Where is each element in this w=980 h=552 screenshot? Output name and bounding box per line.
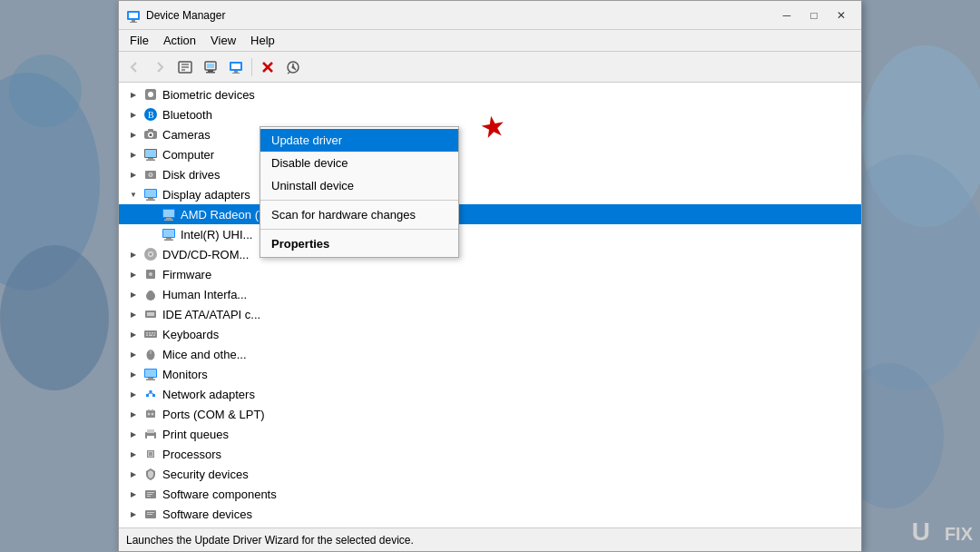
- computer-button[interactable]: [224, 55, 248, 79]
- ide-label: IDE ATA/ATAPI c...: [162, 308, 260, 321]
- hid-label: Human Interfa...: [162, 288, 247, 301]
- tree-item-display[interactable]: Display adapters: [119, 184, 861, 204]
- tree-item-sound[interactable]: Sound, video and game controllers: [119, 524, 861, 527]
- svg-rect-87: [152, 409, 153, 411]
- ctx-properties[interactable]: Properties: [260, 232, 458, 255]
- ctx-update-driver[interactable]: Update driver: [260, 129, 458, 152]
- amd-icon: [161, 206, 177, 222]
- tree-item-security[interactable]: Security devices: [119, 464, 861, 484]
- firmware-label: Firmware: [162, 268, 211, 281]
- svg-rect-37: [148, 158, 153, 160]
- bluetooth-label: Bluetooth: [162, 108, 212, 122]
- ports-icon: [142, 406, 159, 422]
- tree-item-firmware[interactable]: Firmware: [119, 264, 861, 284]
- minimize-button[interactable]: ─: [774, 5, 799, 25]
- network-label: Network adapters: [162, 388, 255, 401]
- status-text: Launches the Update Driver Wizard for th…: [126, 534, 414, 547]
- tree-item-swcomp[interactable]: Software components: [119, 484, 861, 504]
- print-icon: [142, 426, 159, 442]
- tree-item-intel[interactable]: Intel(R) UHI...: [119, 224, 861, 244]
- menu-file[interactable]: File: [122, 32, 156, 49]
- tree-item-bluetooth[interactable]: B Bluetooth: [119, 104, 861, 124]
- expand-network[interactable]: [126, 387, 141, 401]
- tree-item-network[interactable]: Network adapters: [119, 384, 861, 404]
- tree-item-dvd[interactable]: DVD/CD-ROM...: [119, 244, 861, 264]
- svg-rect-51: [163, 230, 174, 237]
- menu-help[interactable]: Help: [243, 32, 282, 49]
- tree-item-amd[interactable]: AMD Radeon (TM) RX 640: [119, 204, 861, 224]
- expand-swcomp[interactable]: [126, 487, 141, 501]
- swcomp-label: Software components: [162, 488, 277, 501]
- menu-view[interactable]: View: [203, 32, 243, 49]
- device-tree[interactable]: Biometric devices B Bluetooth Cameras: [119, 83, 861, 527]
- svg-point-26: [292, 65, 295, 68]
- expand-display[interactable]: [126, 187, 141, 202]
- svg-rect-43: [145, 190, 156, 197]
- expand-dvd[interactable]: [126, 247, 141, 261]
- scan-hardware-button[interactable]: [281, 55, 305, 79]
- tree-item-ide[interactable]: IDE ATA/ATAPI c...: [119, 304, 861, 324]
- svg-rect-99: [147, 512, 154, 513]
- svg-rect-60: [148, 291, 153, 297]
- computer-icon: [142, 146, 159, 163]
- ctx-uninstall-device[interactable]: Uninstall device: [260, 174, 458, 197]
- tree-item-print[interactable]: Print queues: [119, 424, 861, 444]
- tree-item-computer[interactable]: Computer: [119, 144, 861, 164]
- expand-computer[interactable]: [126, 147, 141, 162]
- expand-sound[interactable]: [126, 527, 141, 527]
- sound-label: Sound, video and game controllers: [162, 527, 345, 528]
- tree-item-cameras[interactable]: Cameras: [119, 124, 861, 144]
- expand-security[interactable]: [126, 467, 141, 481]
- dvd-label: DVD/CD-ROM...: [162, 248, 249, 261]
- svg-rect-18: [206, 72, 215, 74]
- svg-rect-89: [147, 429, 154, 433]
- firmware-icon: [142, 266, 159, 282]
- expand-bluetooth[interactable]: [126, 107, 141, 122]
- expand-biometric[interactable]: [126, 87, 141, 102]
- tree-item-processors[interactable]: Processors: [119, 444, 861, 464]
- tree-item-monitors[interactable]: Monitors: [119, 364, 861, 384]
- tree-item-mice[interactable]: Mice and othe...: [119, 344, 861, 364]
- svg-rect-17: [208, 70, 213, 72]
- display-icon: [142, 186, 159, 202]
- expand-firmware[interactable]: [126, 267, 141, 281]
- maximize-button[interactable]: □: [801, 5, 827, 25]
- close-button[interactable]: ✕: [828, 5, 854, 25]
- show-properties-button[interactable]: [173, 55, 197, 79]
- tree-item-ports[interactable]: Ports (COM & LPT): [119, 404, 861, 424]
- back-button[interactable]: [122, 55, 146, 79]
- swdev-label: Software devices: [162, 508, 252, 521]
- expand-ports[interactable]: [126, 407, 141, 421]
- window-icon: [126, 8, 141, 23]
- ctx-separator-2: [260, 229, 458, 230]
- expand-swdev[interactable]: [126, 507, 141, 521]
- expand-monitors[interactable]: [126, 367, 141, 381]
- svg-point-2: [0, 245, 109, 390]
- svg-rect-66: [152, 332, 153, 334]
- expand-disk[interactable]: [126, 167, 141, 182]
- tree-item-keyboards[interactable]: Keyboards: [119, 324, 861, 344]
- expand-processors[interactable]: [126, 447, 141, 461]
- forward-button[interactable]: [148, 55, 172, 79]
- remove-button[interactable]: [256, 55, 279, 79]
- expand-print[interactable]: [126, 427, 141, 441]
- menu-action[interactable]: Action: [156, 32, 203, 49]
- security-label: Security devices: [162, 468, 249, 481]
- tree-item-hid[interactable]: Human Interfa...: [119, 284, 861, 304]
- ctx-disable-device[interactable]: Disable device: [260, 152, 458, 174]
- expand-mice[interactable]: [126, 347, 141, 361]
- cameras-icon: [142, 126, 159, 143]
- tree-item-disk[interactable]: Disk drives: [119, 164, 861, 184]
- tree-item-swdev[interactable]: Software devices: [119, 504, 861, 524]
- ctx-scan-hardware[interactable]: Scan for hardware changes: [260, 203, 458, 226]
- expand-ide[interactable]: [126, 307, 141, 321]
- expand-cameras[interactable]: [126, 127, 141, 142]
- update-driver-toolbar-button[interactable]: [199, 55, 222, 79]
- tree-item-biometric[interactable]: Biometric devices: [119, 84, 861, 104]
- ports-label: Ports (COM & LPT): [162, 408, 265, 421]
- expand-hid[interactable]: [126, 287, 141, 301]
- svg-rect-93: [149, 452, 152, 456]
- expand-keyboards[interactable]: [126, 327, 141, 341]
- disk-icon: [142, 166, 159, 182]
- display-label: Display adapters: [162, 188, 250, 202]
